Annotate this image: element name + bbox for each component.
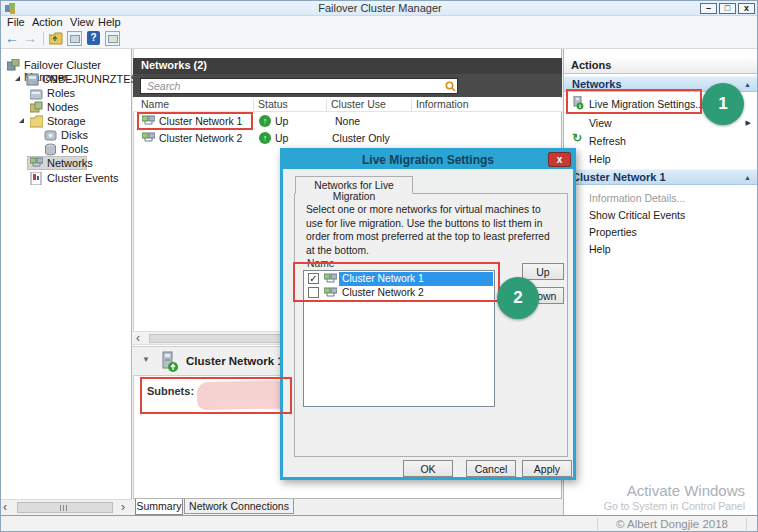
tree-item-cluster[interactable]: CNBEJRUNRZTEST.shell.cor [1,72,132,87]
activate-windows-text: Activate Windows [627,482,745,499]
action-properties[interactable]: Properties [564,223,758,240]
expander-icon[interactable] [15,76,20,81]
ok-button[interactable]: OK [403,460,453,477]
title-bar: Failover Cluster Manager – □ x [1,1,758,16]
cell-cluster-use: None [335,115,360,127]
column-divider[interactable] [411,99,412,111]
column-header-cluster-use[interactable]: Cluster Use [331,98,386,112]
item-label: Cluster Network 1 [342,273,424,284]
search-input[interactable] [140,78,458,94]
up-folder-icon[interactable] [49,32,63,45]
step-badge-1: 1 [702,83,744,125]
cluster-events-icon [30,172,43,185]
checkbox-unchecked-icon[interactable] [308,287,319,298]
cell-name: Cluster Network 1 [159,115,242,127]
tab-label: Summary [137,500,182,512]
action-label: Show Critical Events [589,209,685,221]
expander-icon[interactable] [19,118,24,123]
submenu-arrow-icon: ▶ [746,119,751,127]
action-help-2[interactable]: Help [564,240,758,257]
tab-network-connections[interactable]: Network Connections [184,499,294,514]
tab-summary[interactable]: Summary [135,499,183,515]
scroll-left-icon[interactable]: ‹ [3,500,7,514]
action-help[interactable]: Help [564,150,758,167]
action-show-critical-events[interactable]: Show Critical Events [564,206,758,223]
dialog-network-listbox[interactable]: ✓ Cluster Network 1 Cluster Network 2 [303,270,495,407]
activate-windows-subtext: Go to System in Control Panel [604,500,745,512]
tree-item-nodes[interactable]: Nodes [1,100,132,115]
status-up-icon: ↑ [259,132,271,144]
column-divider[interactable] [253,99,254,111]
menu-view[interactable]: View [70,16,94,28]
actions-header: Actions [564,58,758,74]
tree-item-label: Roles [47,87,75,99]
tree-item-root[interactable]: Failover Cluster Manager [1,58,132,73]
collapse-icon[interactable]: ▲ [744,174,751,181]
ok-button-label: OK [420,463,435,475]
scrollbar-thumb[interactable] [17,502,113,513]
action-label: Live Migration Settings... [589,98,704,110]
up-button[interactable]: Up [522,263,564,280]
cancel-button-label: Cancel [475,463,508,475]
menu-file[interactable]: File [7,16,25,28]
action-refresh[interactable]: ↻ Refresh [564,132,758,149]
tree-item-label: Nodes [47,101,79,113]
cancel-button[interactable]: Cancel [466,460,516,477]
tree-hscrollbar[interactable]: ‹ › [1,499,132,515]
column-header-status[interactable]: Status [258,98,288,112]
action-label: Information Details... [589,192,685,204]
collapse-icon[interactable]: ▲ [744,81,751,88]
tree-item-networks[interactable]: Networks [1,156,132,171]
checkbox-checked-icon[interactable]: ✓ [308,273,319,284]
apply-button[interactable]: Apply [522,460,572,477]
console-tree-icon[interactable] [67,31,82,46]
step-badge-2: 2 [497,277,539,319]
tree-item-cluster-events[interactable]: Cluster Events [1,171,132,186]
tree-item-storage[interactable]: Storage [1,114,132,129]
tree-item-pools[interactable]: Pools [1,142,132,157]
collapse-chevron-icon[interactable]: ▼ [142,355,150,364]
tree-item-roles[interactable]: Roles [1,86,132,101]
window-title: Failover Cluster Manager [1,2,758,14]
dialog-title: Live Migration Settings [283,153,573,167]
networks-panel-title: Networks (2) [141,59,207,71]
forward-icon[interactable]: → [23,30,37,46]
dialog-description: Select one or more networks for virtual … [306,203,559,257]
dialog-tab[interactable]: Networks for Live Migration [295,176,413,194]
roles-icon [30,87,43,100]
back-icon[interactable]: ← [5,30,19,46]
storage-folder-icon [30,115,43,128]
cell-name: Cluster Network 2 [159,132,242,144]
server-icon [26,73,39,86]
tree-item-label: Pools [61,143,89,155]
table-row[interactable]: Cluster Network 2 ↑ Up Cluster Only [133,130,562,146]
maximize-button[interactable]: □ [719,3,736,14]
list-item[interactable]: Cluster Network 2 [305,286,493,300]
tab-label: Network Connections [189,500,289,512]
column-header-information[interactable]: Information [416,98,469,112]
action-information-details[interactable]: Information Details... [564,189,758,206]
scroll-right-icon[interactable]: › [121,500,125,514]
apply-button-label: Apply [534,463,560,475]
disks-icon [44,129,57,142]
minimize-button[interactable]: – [700,3,717,14]
action-pane-icon[interactable] [105,31,120,46]
actions-section-cluster-network-1[interactable]: Cluster Network 1 ▲ [564,169,758,185]
dialog-close-button[interactable]: x [548,152,571,167]
scroll-left-icon[interactable]: ‹ [136,331,140,345]
close-button[interactable]: x [738,3,755,14]
nodes-icon [30,101,43,114]
tree-item-label: Disks [61,129,88,141]
menu-help[interactable]: Help [98,16,121,28]
tree-item-disks[interactable]: Disks [1,128,132,143]
column-header-name[interactable]: Name [141,98,169,112]
menu-bar: File Action View Help [1,16,758,29]
list-item[interactable]: ✓ Cluster Network 1 [305,272,493,286]
up-button-label: Up [536,266,549,278]
menu-action[interactable]: Action [32,16,63,28]
table-row[interactable]: Cluster Network 1 ↑ Up None [133,113,562,129]
column-divider[interactable] [326,99,327,111]
networks-icon [30,157,43,170]
network-summary-icon [159,351,181,373]
help-icon[interactable]: ? [87,31,100,45]
